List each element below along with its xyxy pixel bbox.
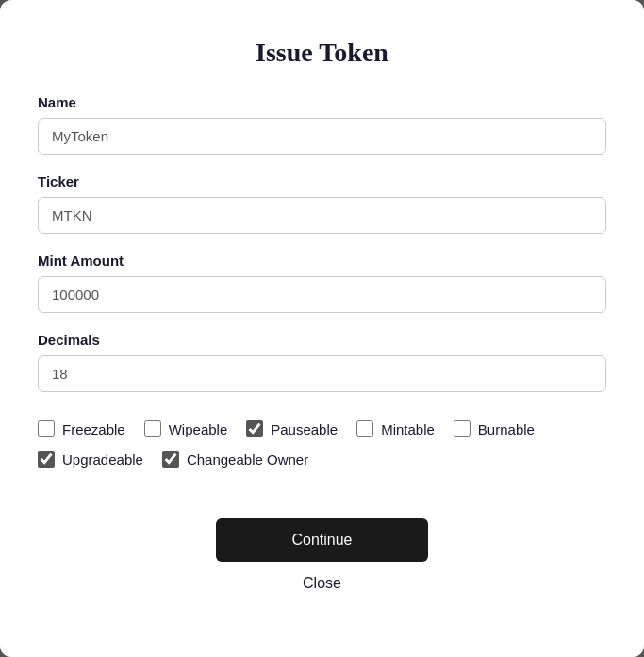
buttons-section: Continue Close (38, 518, 606, 592)
freezable-label: Freezable (62, 421, 125, 437)
mintable-label: Mintable (381, 421, 435, 437)
mint-amount-input[interactable] (38, 276, 606, 313)
checkbox-freezable[interactable]: Freezable (38, 420, 125, 437)
checkbox-mintable[interactable]: Mintable (356, 420, 435, 437)
mintable-checkbox[interactable] (356, 420, 373, 437)
checkbox-pauseable[interactable]: Pauseable (246, 420, 338, 437)
wipeable-checkbox[interactable] (144, 420, 161, 437)
decimals-input[interactable] (38, 355, 606, 392)
checkbox-changeable-owner[interactable]: Changeable Owner (162, 451, 308, 468)
name-group: Name (38, 94, 606, 155)
freezable-checkbox[interactable] (38, 420, 55, 437)
ticker-label: Ticker (38, 173, 606, 189)
checkbox-row-1: Freezable Wipeable Pauseable Mintable Bu… (38, 420, 606, 437)
ticker-input[interactable] (38, 197, 606, 234)
name-input[interactable] (38, 118, 606, 155)
checkbox-wipeable[interactable]: Wipeable (144, 420, 228, 437)
upgradeable-checkbox[interactable] (38, 451, 55, 468)
pauseable-checkbox[interactable] (246, 420, 263, 437)
checkbox-burnable[interactable]: Burnable (454, 420, 535, 437)
decimals-label: Decimals (38, 332, 606, 348)
checkbox-upgradeable[interactable]: Upgradeable (38, 451, 143, 468)
checkboxes-section: Freezable Wipeable Pauseable Mintable Bu… (38, 420, 606, 481)
mint-amount-label: Mint Amount (38, 253, 606, 269)
upgradeable-label: Upgradeable (62, 452, 143, 468)
changeable-owner-checkbox[interactable] (162, 451, 179, 468)
wipeable-label: Wipeable (169, 421, 228, 437)
modal-title: Issue Token (38, 38, 606, 68)
continue-button[interactable]: Continue (216, 518, 427, 562)
changeable-owner-label: Changeable Owner (187, 452, 308, 468)
pauseable-label: Pauseable (271, 421, 338, 437)
burnable-label: Burnable (478, 421, 535, 437)
decimals-group: Decimals (38, 332, 606, 392)
checkbox-row-2: Upgradeable Changeable Owner (38, 451, 606, 468)
close-button[interactable]: Close (303, 575, 341, 592)
burnable-checkbox[interactable] (454, 420, 471, 437)
name-label: Name (38, 94, 606, 110)
ticker-group: Ticker (38, 173, 606, 234)
mint-amount-group: Mint Amount (38, 253, 606, 313)
issue-token-modal: Issue Token Name Ticker Mint Amount Deci… (0, 0, 644, 657)
